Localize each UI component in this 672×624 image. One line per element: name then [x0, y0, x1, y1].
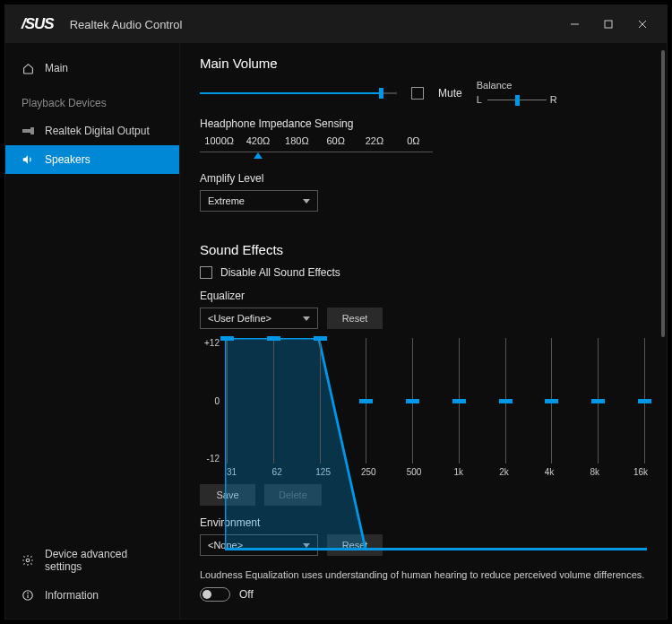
eq-band-label: 62: [271, 467, 284, 477]
disable-effects-checkbox[interactable]: [200, 266, 212, 279]
loudness-description: Loudness Equalization uses understanding…: [200, 568, 647, 582]
eq-band-slider[interactable]: [320, 338, 321, 464]
eq-band-label: 500: [407, 467, 420, 477]
sidebar-item-label: Main: [45, 62, 68, 74]
main-volume-heading: Main Volume: [200, 56, 647, 71]
impedance-label: Headphone Impedance Sensing: [200, 117, 647, 130]
eq-band-label: 8k: [588, 467, 601, 477]
eq-band-label: 250: [361, 467, 375, 477]
eq-band-label: 125: [315, 467, 329, 477]
svg-point-6: [26, 559, 30, 562]
balance-label: Balance: [477, 80, 557, 91]
main-volume-slider[interactable]: [200, 84, 397, 102]
mute-label: Mute: [438, 87, 462, 100]
scrollbar[interactable]: [661, 50, 665, 337]
equalizer-preset-dropdown[interactable]: <User Define>: [200, 308, 318, 329]
balance-right-label: R: [550, 94, 557, 105]
eq-y-axis: +12 0 -12: [200, 338, 220, 464]
gear-icon: [22, 554, 34, 567]
speaker-icon: [22, 153, 34, 166]
eq-band-slider[interactable]: [598, 338, 599, 464]
equalizer-grid: [225, 338, 647, 464]
eq-band-label: 16k: [633, 467, 647, 477]
disable-effects-label: Disable All Sound Effects: [220, 266, 340, 279]
equalizer-reset-button[interactable]: Reset: [327, 308, 383, 329]
digital-output-icon: [22, 125, 34, 137]
titlebar: /SUS Realtek Audio Control: [5, 5, 667, 43]
chevron-down-icon: [303, 316, 310, 321]
balance-left-label: L: [477, 94, 482, 105]
sidebar: Main Playback Devices Realtek Digital Ou…: [5, 43, 180, 619]
balance-slider[interactable]: L R: [477, 92, 557, 107]
loudness-toggle[interactable]: [200, 587, 230, 602]
environment-label: Environment: [200, 516, 647, 529]
svg-rect-5: [30, 127, 34, 134]
impedance-tick: 420Ω: [238, 135, 277, 150]
chevron-down-icon: [303, 199, 310, 204]
home-icon: [22, 62, 34, 74]
svg-point-9: [28, 593, 29, 594]
impedance-tick: 60Ω: [316, 135, 355, 150]
sidebar-item-label: Information: [45, 589, 99, 602]
eq-band-slider[interactable]: [366, 338, 366, 464]
amplify-dropdown[interactable]: Extreme: [200, 190, 318, 212]
environment-reset-button[interactable]: Reset: [327, 534, 383, 556]
sidebar-item-speakers[interactable]: Speakers: [5, 145, 179, 174]
sidebar-item-label: Device advanced settings: [45, 548, 163, 573]
svg-rect-4: [22, 129, 30, 133]
equalizer-save-button[interactable]: Save: [200, 484, 255, 506]
eq-band-slider[interactable]: [551, 338, 552, 464]
sidebar-item-main[interactable]: Main: [5, 54, 179, 82]
impedance-marker: [254, 152, 263, 159]
eq-band-slider[interactable]: [505, 338, 506, 464]
main-panel: Main Volume Mute Balance L R: [180, 43, 667, 619]
eq-band-slider[interactable]: [273, 338, 274, 464]
eq-band-label: 1k: [452, 467, 465, 477]
sidebar-item-label: Realtek Digital Output: [45, 125, 150, 137]
eq-band-label: 4k: [543, 467, 556, 477]
amplify-selected: Extreme: [208, 195, 245, 206]
close-button[interactable]: [625, 11, 659, 38]
impedance-tick: 0Ω: [394, 135, 433, 150]
amplify-label: Amplify Level: [200, 172, 647, 185]
chevron-down-icon: [303, 543, 310, 548]
environment-dropdown[interactable]: <None>: [200, 534, 318, 556]
eq-band-slider[interactable]: [644, 338, 645, 464]
environment-selected: <None>: [208, 540, 243, 550]
sidebar-item-label: Speakers: [45, 153, 90, 166]
sidebar-section-playback: Playback Devices: [5, 82, 179, 117]
impedance-tick: 1000Ω: [200, 135, 238, 150]
loudness-state-label: Off: [239, 588, 254, 601]
impedance-scale: 1000Ω420Ω180Ω60Ω22Ω0Ω: [200, 135, 433, 152]
impedance-tick: 180Ω: [278, 135, 316, 150]
eq-band-label: 2k: [497, 467, 511, 477]
eq-band-slider[interactable]: [459, 338, 460, 464]
info-icon: [22, 589, 34, 602]
equalizer-preset-selected: <User Define>: [208, 313, 271, 324]
eq-band-label: 31: [225, 467, 238, 477]
equalizer-label: Equalizer: [200, 290, 647, 302]
maximize-button[interactable]: [591, 11, 625, 38]
impedance-tick: 22Ω: [355, 135, 393, 150]
sidebar-item-digital-output[interactable]: Realtek Digital Output: [5, 117, 179, 145]
mute-checkbox[interactable]: [411, 87, 424, 100]
sidebar-item-information[interactable]: Information: [5, 581, 179, 610]
eq-x-axis: 31621252505001k2k4k8k16k: [225, 467, 647, 477]
sound-effects-heading: Sound Effects: [200, 242, 647, 257]
eq-band-slider[interactable]: [227, 338, 228, 464]
svg-rect-1: [605, 21, 612, 28]
app-title: Realtek Audio Control: [70, 18, 183, 31]
equalizer-delete-button[interactable]: Delete: [264, 484, 322, 506]
sidebar-item-advanced-settings[interactable]: Device advanced settings: [5, 540, 179, 581]
eq-band-slider[interactable]: [412, 338, 413, 464]
asus-logo: /SUS: [22, 15, 54, 33]
minimize-button[interactable]: [557, 11, 591, 38]
